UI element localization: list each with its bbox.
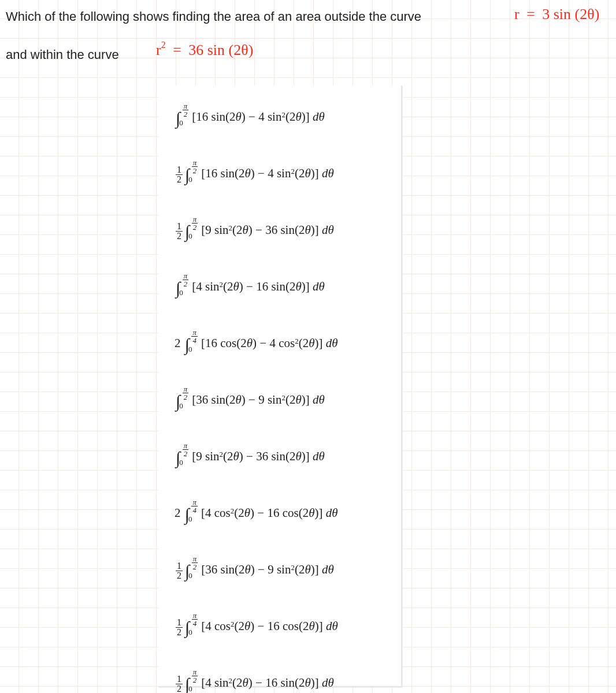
option-body: [4 cos2(2θ) − 16 cos(2θ)] dθ — [201, 506, 338, 520]
option-body: [16 sin(2θ) − 4 sin2(2θ)] dθ — [192, 110, 325, 124]
hw-eq2-r: r — [156, 42, 161, 58]
option-body: [16 sin(2θ) − 4 sin2(2θ)] dθ — [201, 166, 334, 180]
answer-options-panel: ∫0π2[16 sin(2θ) − 4 sin2(2θ)] dθ12∫0π2[1… — [158, 85, 402, 687]
handwritten-equation-2: r2 = 36 sin (2θ) — [156, 42, 253, 59]
hw-eq1-equals: = — [526, 6, 535, 23]
hw-eq2-sup: 2 — [161, 40, 166, 50]
answer-option[interactable]: 12∫0π2[16 sin(2θ) − 4 sin2(2θ)] dθ — [175, 158, 388, 185]
answer-option[interactable]: 12∫0π2[4 sin2(2θ) − 16 sin(2θ)] dθ — [175, 668, 388, 693]
option-body: [9 sin2(2θ) − 36 sin(2θ)] dθ — [192, 449, 325, 463]
answer-option[interactable]: ∫0π2[4 sin2(2θ) − 16 sin(2θ)] dθ — [175, 271, 388, 298]
hw-eq2-rhs: 36 sin (2θ) — [188, 42, 253, 58]
option-body: [4 sin2(2θ) − 16 sin(2θ)] dθ — [192, 280, 325, 293]
answer-option[interactable]: ∫0π2[36 sin(2θ) − 9 sin2(2θ)] dθ — [175, 385, 388, 411]
option-body: [9 sin2(2θ) − 36 sin(2θ)] dθ — [201, 223, 334, 237]
answer-option[interactable]: ∫0π2[16 sin(2θ) − 4 sin2(2θ)] dθ — [175, 102, 388, 128]
option-body: [36 sin(2θ) − 9 sin2(2θ)] dθ — [201, 562, 334, 576]
question-text-line2: and within the curve — [6, 47, 119, 62]
answer-option[interactable]: 2 ∫0π4[4 cos2(2θ) − 16 cos(2θ)] dθ — [175, 498, 388, 524]
hw-eq1-rhs: 3 sin (2θ) — [542, 6, 599, 23]
question-text-line1: Which of the following shows finding the… — [6, 9, 421, 24]
hw-eq2-equals: = — [173, 42, 181, 58]
handwritten-equation-1: r = 3 sin (2θ) — [514, 6, 599, 23]
answer-option[interactable]: 12∫0π2[36 sin(2θ) − 9 sin2(2θ)] dθ — [175, 554, 388, 581]
option-body: [4 sin2(2θ) − 16 sin(2θ)] dθ — [201, 676, 334, 690]
option-body: [4 cos2(2θ) − 16 cos(2θ)] dθ — [201, 619, 338, 633]
answer-option[interactable]: 12∫0π4[4 cos2(2θ) − 16 cos(2θ)] dθ — [175, 611, 388, 638]
answer-option[interactable]: ∫0π2[9 sin2(2θ) − 36 sin(2θ)] dθ — [175, 441, 388, 468]
option-body: [16 cos(2θ) − 4 cos2(2θ)] dθ — [201, 336, 338, 350]
answer-option[interactable]: 12∫0π2[9 sin2(2θ) − 36 sin(2θ)] dθ — [175, 215, 388, 241]
option-body: [36 sin(2θ) − 9 sin2(2θ)] dθ — [192, 393, 325, 407]
answer-option[interactable]: 2 ∫0π4[16 cos(2θ) − 4 cos2(2θ)] dθ — [175, 328, 388, 355]
hw-eq1-r: r — [514, 6, 519, 23]
